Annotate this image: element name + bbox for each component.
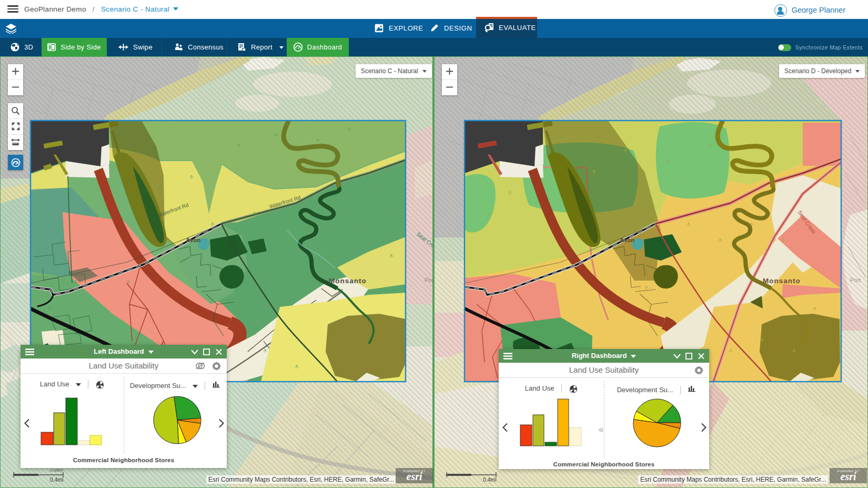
svg-text:Monsanto: Monsanto bbox=[763, 277, 801, 285]
svg-text:0.8km: 0.8km bbox=[50, 469, 63, 473]
svg-text:0.4mi: 0.4mi bbox=[483, 476, 497, 483]
svg-text:Port: Port bbox=[850, 277, 861, 283]
svg-text:0.4mi: 0.4mi bbox=[50, 476, 64, 483]
svg-text:Monsanto: Monsanto bbox=[329, 277, 367, 285]
svg-text:Avon: Avon bbox=[186, 237, 200, 243]
svg-text:Port: Port bbox=[425, 277, 433, 283]
svg-text:Avon: Avon bbox=[620, 237, 634, 243]
